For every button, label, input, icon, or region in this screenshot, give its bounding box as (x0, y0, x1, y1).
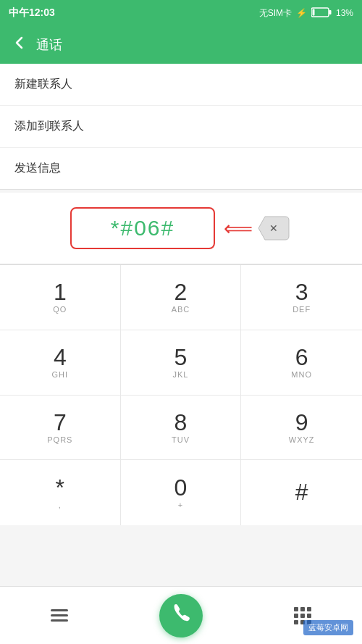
toolbar: 通话 (0, 26, 362, 64)
svg-text:✕: ✕ (269, 222, 278, 234)
key-9[interactable]: 9 WXYZ (241, 396, 362, 461)
battery-percent: 13% (336, 8, 353, 18)
key-6[interactable]: 6 MNO (241, 330, 362, 396)
key-0[interactable]: 0 + (121, 460, 242, 525)
back-button[interactable] (12, 35, 28, 55)
key-3[interactable]: 3 DEF (241, 265, 362, 330)
key-7[interactable]: 7 PQRS (0, 396, 121, 461)
svg-rect-1 (329, 10, 331, 14)
dialer-input-area: *#06# ⟸ ✕ (0, 193, 362, 264)
menu-button[interactable] (41, 598, 77, 634)
phone-icon (170, 602, 192, 629)
signal-icon: ⚡ (296, 8, 307, 18)
battery-icon (311, 7, 332, 20)
sim-text: 无SIM卡 (259, 7, 292, 20)
key-4[interactable]: 4 GHI (0, 330, 121, 396)
arrow-container: ⟸ ✕ (224, 212, 292, 244)
menu-item-new-contact[interactable]: 新建联系人 (0, 64, 362, 106)
watermark-text: 蓝莓安卓网 (308, 623, 348, 632)
menu-area: 新建联系人 添加到联系人 发送信息 (0, 64, 362, 190)
status-bar: 中午12:03 无SIM卡 ⚡ 13% (0, 0, 362, 26)
key-hash[interactable]: # (241, 460, 362, 525)
keypad: 1 QO 2 ABC 3 DEF 4 GHI 5 JKL 6 MNO 7 PQR… (0, 264, 362, 525)
watermark: 蓝莓安卓网 (303, 620, 353, 635)
call-button[interactable] (159, 594, 203, 637)
key-star[interactable]: * , (0, 460, 121, 525)
key-2[interactable]: 2 ABC (121, 265, 242, 330)
toolbar-title: 通话 (36, 36, 62, 54)
svg-rect-2 (312, 9, 314, 15)
red-arrow-icon: ⟸ (224, 217, 253, 241)
menu-lines-icon (51, 609, 68, 622)
dialer-display[interactable]: *#06# (70, 207, 215, 249)
status-icons: 无SIM卡 ⚡ 13% (259, 7, 353, 20)
backspace-button[interactable]: ✕ (256, 212, 292, 244)
key-5[interactable]: 5 JKL (121, 330, 242, 396)
status-time: 中午12:03 (9, 7, 55, 20)
menu-item-add-contact[interactable]: 添加到联系人 (0, 106, 362, 148)
bottom-bar (0, 586, 362, 644)
key-8[interactable]: 8 TUV (121, 396, 242, 461)
key-1[interactable]: 1 QO (0, 265, 121, 330)
menu-item-send-message[interactable]: 发送信息 (0, 148, 362, 189)
